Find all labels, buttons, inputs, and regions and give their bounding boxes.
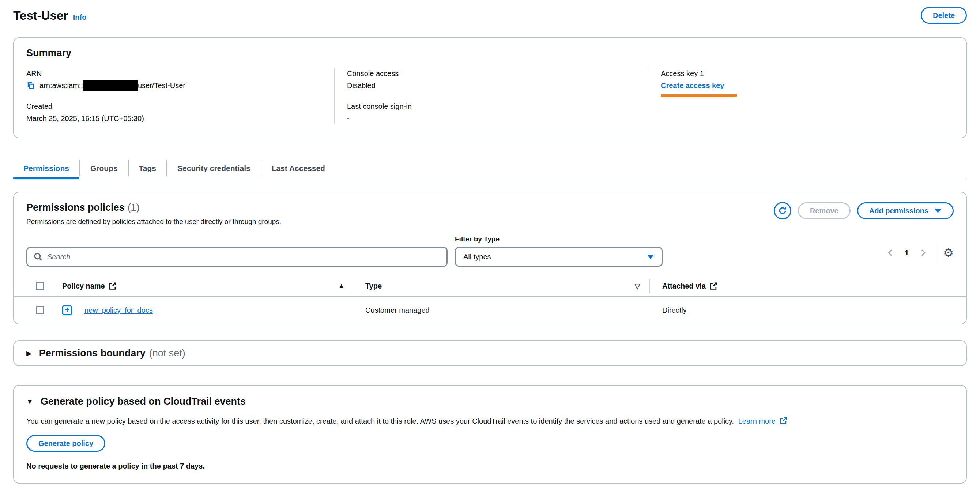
console-access-value: Disabled	[347, 80, 641, 91]
sort-ascending-icon[interactable]: ▲	[338, 282, 344, 290]
search-box[interactable]	[26, 247, 448, 266]
row-checkbox-cell	[26, 306, 49, 314]
select-all-checkbox[interactable]	[36, 282, 44, 290]
external-link-icon	[779, 417, 787, 425]
external-link-icon	[108, 282, 117, 290]
summary-column-access-key: Access key 1 Create access key	[648, 68, 966, 124]
policies-count: (1)	[127, 202, 140, 213]
filter-row: Filter by Type All types 1	[14, 235, 966, 266]
permissions-policies-card: Permissions policies(1) Permissions are …	[13, 192, 967, 324]
expand-plus-icon[interactable]	[62, 305, 72, 315]
triangle-right-icon[interactable]: ▶	[26, 349, 32, 358]
remove-button[interactable]: Remove	[798, 202, 851, 219]
summary-card: Summary ARN arn:aws:iam::user/Test-User	[13, 37, 967, 138]
refresh-button[interactable]	[774, 202, 791, 219]
tab-permissions[interactable]: Permissions	[13, 160, 80, 176]
last-signin-field: Last console sign-in -	[347, 101, 641, 124]
row-attached-via-cell: Directly	[650, 306, 954, 314]
summary-heading: Summary	[14, 48, 966, 59]
row-type-cell: Customer managed	[353, 306, 649, 314]
tab-last-accessed[interactable]: Last Accessed	[261, 160, 335, 176]
generate-policy-header[interactable]: ▼ Generate policy based on CloudTrail ev…	[26, 396, 954, 407]
iam-user-detail-page: Test-User Info Delete Summary ARN	[0, 6, 980, 483]
row-checkbox[interactable]	[36, 306, 44, 314]
console-access-label: Console access	[347, 68, 641, 79]
header-checkbox-cell	[26, 282, 49, 290]
generate-policy-button[interactable]: Generate policy	[26, 435, 105, 452]
arn-value: arn:aws:iam::user/Test-User	[26, 80, 327, 91]
generate-policy-description-text: You can generate a new policy based on t…	[26, 417, 734, 425]
tab-strip: Permissions Groups Tags Security credent…	[13, 160, 967, 179]
access-key-label: Access key 1	[661, 68, 959, 79]
permissions-boundary-heading: Permissions boundary	[39, 348, 146, 359]
current-page-number[interactable]: 1	[905, 248, 909, 257]
search-icon	[33, 252, 43, 262]
policies-header: Permissions policies(1) Permissions are …	[14, 202, 966, 226]
policy-name-header: Policy name	[62, 282, 105, 290]
generate-policy-description: You can generate a new policy based on t…	[26, 416, 954, 426]
last-signin-label: Last console sign-in	[347, 101, 641, 111]
page-header: Test-User Info Delete	[13, 6, 967, 24]
filter-group: Filter by Type All types	[455, 235, 663, 266]
summary-column-console: Console access Disabled Last console sig…	[334, 68, 648, 124]
created-label: Created	[26, 101, 327, 111]
policies-actions: Remove Add permissions	[774, 202, 954, 219]
table-header: Policy name ▲ Type ▽	[14, 276, 966, 296]
generate-policy-card: ▼ Generate policy based on CloudTrail ev…	[13, 385, 967, 483]
generate-policy-button-row: Generate policy	[26, 435, 954, 452]
create-access-key-link[interactable]: Create access key	[661, 80, 724, 91]
arn-label: ARN	[26, 68, 327, 79]
learn-more-link[interactable]: Learn more	[738, 417, 787, 425]
type-filter-value: All types	[463, 253, 491, 261]
last-signin-value: -	[347, 113, 641, 124]
created-value: March 25, 2025, 16:15 (UTC+05:30)	[26, 113, 327, 124]
refresh-icon	[778, 206, 787, 215]
summary-grid: ARN arn:aws:iam::user/Test-User Created	[14, 68, 966, 124]
policies-heading: Permissions policies	[26, 202, 125, 213]
type-header: Type	[365, 282, 382, 290]
policy-name-link[interactable]: new_policy_for_docs	[84, 306, 153, 314]
pagination-divider	[936, 242, 937, 263]
next-page-button[interactable]	[917, 247, 929, 259]
type-filter-select[interactable]: All types	[455, 247, 663, 266]
gear-icon[interactable]: ⚙	[943, 247, 954, 258]
triangle-down-icon[interactable]: ▼	[26, 398, 33, 406]
generate-policy-heading: Generate policy based on CloudTrail even…	[41, 396, 246, 407]
header-policy-name-cell[interactable]: Policy name ▲	[49, 282, 353, 290]
copy-icon[interactable]	[26, 81, 35, 90]
arn-redaction-box	[83, 80, 138, 91]
arn-text-suffix: user/Test-User	[138, 80, 185, 91]
add-permissions-label: Add permissions	[869, 207, 928, 215]
policies-description: Permissions are defined by policies atta…	[26, 218, 281, 226]
previous-page-button[interactable]	[884, 247, 897, 259]
summary-column-arn: ARN arn:aws:iam::user/Test-User Created	[14, 68, 334, 124]
pagination-zone: 1 ⚙	[884, 242, 954, 263]
policies-header-text: Permissions policies(1) Permissions are …	[26, 202, 281, 226]
header-type-cell[interactable]: Type ▽	[353, 282, 649, 290]
orange-highlight-underline	[661, 94, 737, 97]
delete-button[interactable]: Delete	[921, 7, 967, 24]
add-permissions-button[interactable]: Add permissions	[857, 202, 954, 219]
arn-text-prefix: arn:aws:iam::	[40, 80, 83, 91]
search-input[interactable]	[47, 253, 441, 261]
access-key-field: Access key 1 Create access key	[661, 68, 959, 97]
chevron-left-icon	[886, 249, 894, 257]
permissions-boundary-card[interactable]: ▶ Permissions boundary (not set)	[13, 341, 967, 366]
tab-strip-inner: Permissions Groups Tags Security credent…	[13, 160, 335, 176]
chevron-right-icon	[919, 249, 927, 257]
created-field: Created March 25, 2025, 16:15 (UTC+05:30…	[26, 101, 327, 124]
tab-groups[interactable]: Groups	[80, 160, 128, 176]
info-link[interactable]: Info	[73, 13, 87, 22]
table-row: new_policy_for_docs Customer managed Dir…	[14, 296, 966, 323]
page-title: Test-User	[13, 8, 68, 23]
filter-triangle-icon[interactable]: ▽	[635, 282, 640, 290]
permissions-boundary-status: (not set)	[149, 348, 185, 359]
header-attached-via-cell[interactable]: Attached via	[650, 282, 954, 290]
arn-field: ARN arn:aws:iam::user/Test-User	[26, 68, 327, 91]
generate-policy-status: No requests to generate a policy in the …	[26, 462, 954, 471]
tab-tags[interactable]: Tags	[128, 160, 166, 176]
attached-via-header: Attached via	[662, 282, 706, 290]
tab-security-credentials[interactable]: Security credentials	[166, 160, 261, 176]
row-policy-name-cell: new_policy_for_docs	[49, 305, 353, 315]
learn-more-label: Learn more	[738, 417, 776, 425]
